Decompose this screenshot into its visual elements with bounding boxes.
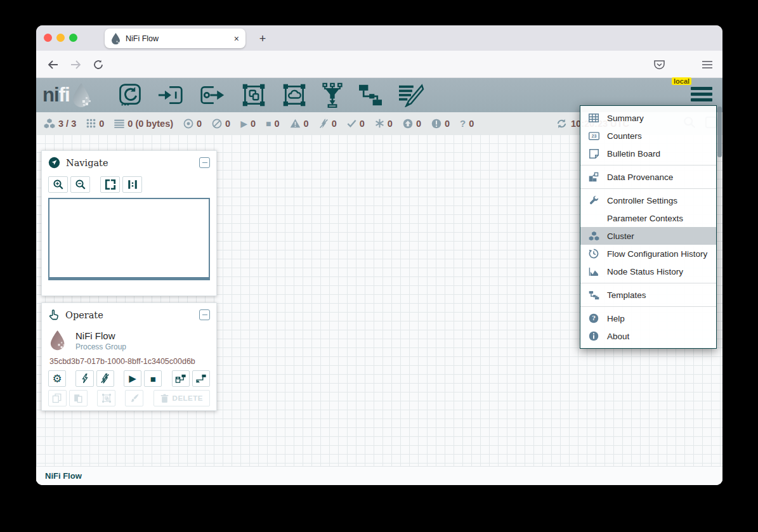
info-circle-icon <box>589 331 599 341</box>
breadcrumb[interactable]: NiFi Flow <box>36 466 722 485</box>
close-window-button[interactable] <box>44 34 52 42</box>
menu-item-counters[interactable]: 23 Counters <box>580 127 716 145</box>
remote-process-group-component-icon[interactable] <box>281 82 308 108</box>
tab-strip: NiFi Flow × + <box>36 25 722 51</box>
upload-template-icon <box>195 373 207 384</box>
summary-table-icon <box>589 114 599 122</box>
zoom-in-button[interactable] <box>48 176 68 193</box>
navigate-collapse-button[interactable] <box>199 157 210 168</box>
funnel-component-icon[interactable] <box>322 82 343 108</box>
start-button[interactable]: ▶ <box>124 370 141 387</box>
new-tab-button[interactable]: + <box>254 30 271 47</box>
group-button <box>97 390 115 406</box>
browser-tab[interactable]: NiFi Flow × <box>105 29 245 48</box>
status-locally-modified: 0 <box>375 119 393 129</box>
birdseye-map[interactable] <box>48 198 210 280</box>
configure-button[interactable]: ⚙ <box>48 370 66 387</box>
template-component-icon[interactable] <box>357 84 384 107</box>
selection-type: Process Group <box>75 342 126 351</box>
zoom-fit-button[interactable] <box>100 176 120 193</box>
provenance-icon <box>589 172 599 182</box>
menu-item-bulletin-board[interactable]: Bulletin Board <box>580 145 716 162</box>
status-disabled: 0 <box>319 119 337 129</box>
svg-text:?: ? <box>592 315 596 321</box>
bolt-icon <box>81 373 89 384</box>
input-port-component-icon[interactable] <box>157 82 185 108</box>
forward-icon <box>67 56 84 74</box>
save-template-button[interactable] <box>172 370 190 387</box>
asterisk-icon <box>375 119 384 128</box>
menu-separator <box>580 188 716 189</box>
menu-item-help[interactable]: ? Help <box>580 309 716 327</box>
disable-button[interactable] <box>96 370 114 387</box>
paste-button <box>69 390 88 406</box>
menu-item-flow-configuration-history[interactable]: Flow Configuration History <box>580 245 716 263</box>
menu-item-data-provenance[interactable]: Data Provenance <box>580 168 716 186</box>
nifi-favicon <box>111 33 121 44</box>
label-component-icon[interactable] <box>398 83 424 107</box>
menu-item-parameter-contexts[interactable]: Parameter Contexts <box>580 209 716 227</box>
bolt-slash-icon <box>319 119 329 129</box>
menu-item-node-status-history[interactable]: Node Status History <box>580 263 716 280</box>
logo-text-ni: ni <box>42 84 59 107</box>
svg-text:23: 23 <box>591 134 596 139</box>
maximize-window-button[interactable] <box>69 34 77 42</box>
output-port-component-icon[interactable] <box>199 82 226 108</box>
zoom-out-button[interactable] <box>70 176 90 193</box>
operate-panel: Operate NiFi Flow Process Group 35cbd3b7… <box>41 302 217 411</box>
warning-triangle-icon <box>290 119 301 128</box>
menu-item-about[interactable]: About <box>580 327 716 345</box>
fill-color-button <box>125 390 143 406</box>
status-stopped: ■ 0 <box>266 119 280 129</box>
operate-collapse-button[interactable] <box>199 309 210 320</box>
zoom-actual-size-button[interactable] <box>122 176 142 193</box>
upload-template-button[interactable] <box>192 370 210 387</box>
reload-icon[interactable] <box>89 56 107 74</box>
tab-title: NiFi Flow <box>126 34 234 43</box>
navigate-compass-icon <box>48 157 60 169</box>
status-not-transmitting: 0 <box>212 119 230 129</box>
back-icon[interactable] <box>44 56 62 74</box>
enable-button[interactable] <box>75 370 93 387</box>
wrench-icon <box>589 195 599 205</box>
menu-item-templates[interactable]: Templates <box>580 286 716 304</box>
exclamation-circle-icon <box>431 119 441 129</box>
bolt-slash-icon <box>100 373 110 384</box>
menu-item-cluster[interactable]: Cluster <box>580 227 716 245</box>
menu-separator <box>580 165 716 165</box>
status-unversioned: ? 0 <box>460 118 474 129</box>
operate-hand-icon <box>48 309 60 321</box>
app-menu-icon[interactable] <box>698 56 716 74</box>
profile-badge: local <box>672 77 691 85</box>
pocket-icon[interactable] <box>650 56 668 74</box>
play-icon: ▶ <box>129 373 136 384</box>
processor-component-icon[interactable] <box>117 82 143 108</box>
status-running: ▶ 0 <box>240 119 256 129</box>
check-icon <box>347 119 356 127</box>
scrollbar-thumb[interactable] <box>717 107 722 157</box>
menu-item-controller-settings[interactable]: Controller Settings <box>580 191 716 209</box>
minimize-window-button[interactable] <box>56 34 65 42</box>
selection-name: NiFi Flow <box>75 330 126 341</box>
global-menu-button[interactable] <box>691 87 712 101</box>
operate-panel-title: Operate <box>65 310 193 320</box>
status-invalid: 0 <box>290 119 309 129</box>
refresh-icon[interactable] <box>556 119 567 129</box>
play-icon: ▶ <box>240 119 247 129</box>
process-group-component-icon[interactable] <box>240 82 267 108</box>
browser-window: NiFi Flow × + 192.168.40.11:8080/nifi/ <box>36 25 722 485</box>
status-transmitting: 0 <box>183 119 202 129</box>
paste-icon <box>73 393 83 403</box>
status-clustered-nodes: 3 / 3 <box>44 119 76 129</box>
delete-label: DELETE <box>173 394 203 402</box>
stop-button[interactable]: ■ <box>144 370 162 387</box>
status-active-threads: 0 <box>86 119 104 129</box>
breadcrumb-root[interactable]: NiFi Flow <box>45 471 82 481</box>
navigate-panel-title: Navigate <box>66 158 193 168</box>
brush-icon <box>129 393 140 403</box>
menu-item-summary[interactable]: Summary <box>580 109 716 127</box>
counters-icon: 23 <box>589 132 599 140</box>
help-circle-icon: ? <box>589 313 599 323</box>
tab-close-icon[interactable]: × <box>234 34 239 43</box>
chart-icon <box>589 267 599 276</box>
